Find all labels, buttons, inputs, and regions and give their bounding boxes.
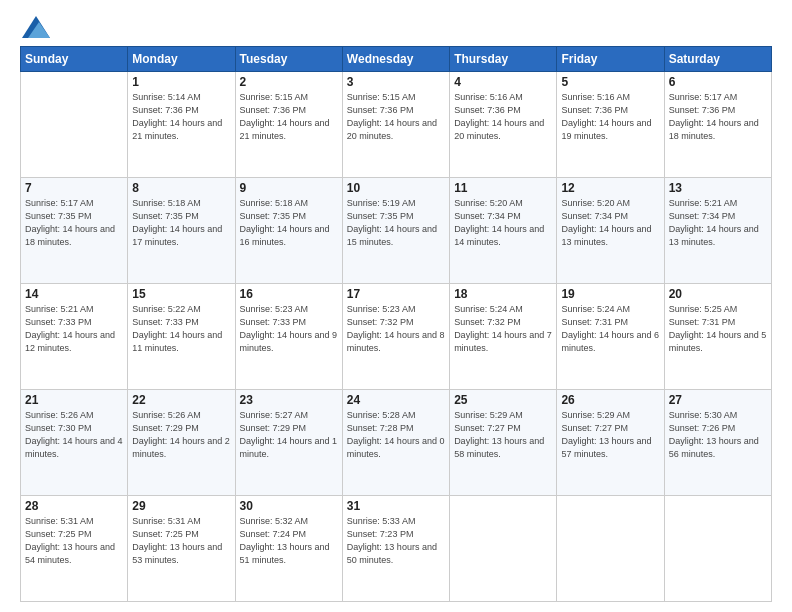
day-number: 18 (454, 287, 552, 301)
day-info: Sunrise: 5:28 AMSunset: 7:28 PMDaylight:… (347, 409, 445, 461)
weekday-header: Wednesday (342, 47, 449, 72)
day-number: 25 (454, 393, 552, 407)
day-info: Sunrise: 5:19 AMSunset: 7:35 PMDaylight:… (347, 197, 445, 249)
day-info: Sunrise: 5:16 AMSunset: 7:36 PMDaylight:… (454, 91, 552, 143)
day-number: 31 (347, 499, 445, 513)
day-info: Sunrise: 5:15 AMSunset: 7:36 PMDaylight:… (240, 91, 338, 143)
day-number: 11 (454, 181, 552, 195)
calendar-cell: 17Sunrise: 5:23 AMSunset: 7:32 PMDayligh… (342, 284, 449, 390)
calendar-cell: 2Sunrise: 5:15 AMSunset: 7:36 PMDaylight… (235, 72, 342, 178)
page: SundayMondayTuesdayWednesdayThursdayFrid… (0, 0, 792, 612)
day-info: Sunrise: 5:14 AMSunset: 7:36 PMDaylight:… (132, 91, 230, 143)
weekday-header: Monday (128, 47, 235, 72)
calendar-cell: 22Sunrise: 5:26 AMSunset: 7:29 PMDayligh… (128, 390, 235, 496)
day-number: 23 (240, 393, 338, 407)
weekday-header: Thursday (450, 47, 557, 72)
day-number: 19 (561, 287, 659, 301)
calendar-cell: 3Sunrise: 5:15 AMSunset: 7:36 PMDaylight… (342, 72, 449, 178)
calendar-cell: 16Sunrise: 5:23 AMSunset: 7:33 PMDayligh… (235, 284, 342, 390)
day-number: 6 (669, 75, 767, 89)
calendar-cell: 1Sunrise: 5:14 AMSunset: 7:36 PMDaylight… (128, 72, 235, 178)
calendar-cell: 10Sunrise: 5:19 AMSunset: 7:35 PMDayligh… (342, 178, 449, 284)
calendar-cell: 9Sunrise: 5:18 AMSunset: 7:35 PMDaylight… (235, 178, 342, 284)
day-number: 24 (347, 393, 445, 407)
calendar-table: SundayMondayTuesdayWednesdayThursdayFrid… (20, 46, 772, 602)
calendar-cell (21, 72, 128, 178)
day-info: Sunrise: 5:15 AMSunset: 7:36 PMDaylight:… (347, 91, 445, 143)
weekday-header: Tuesday (235, 47, 342, 72)
weekday-header-row: SundayMondayTuesdayWednesdayThursdayFrid… (21, 47, 772, 72)
day-number: 12 (561, 181, 659, 195)
day-number: 26 (561, 393, 659, 407)
day-info: Sunrise: 5:23 AMSunset: 7:32 PMDaylight:… (347, 303, 445, 355)
calendar-cell: 15Sunrise: 5:22 AMSunset: 7:33 PMDayligh… (128, 284, 235, 390)
day-number: 17 (347, 287, 445, 301)
day-number: 7 (25, 181, 123, 195)
day-info: Sunrise: 5:16 AMSunset: 7:36 PMDaylight:… (561, 91, 659, 143)
day-info: Sunrise: 5:27 AMSunset: 7:29 PMDaylight:… (240, 409, 338, 461)
calendar-cell: 21Sunrise: 5:26 AMSunset: 7:30 PMDayligh… (21, 390, 128, 496)
day-info: Sunrise: 5:32 AMSunset: 7:24 PMDaylight:… (240, 515, 338, 567)
calendar-cell: 7Sunrise: 5:17 AMSunset: 7:35 PMDaylight… (21, 178, 128, 284)
day-info: Sunrise: 5:26 AMSunset: 7:30 PMDaylight:… (25, 409, 123, 461)
day-info: Sunrise: 5:17 AMSunset: 7:35 PMDaylight:… (25, 197, 123, 249)
day-number: 4 (454, 75, 552, 89)
calendar-cell: 20Sunrise: 5:25 AMSunset: 7:31 PMDayligh… (664, 284, 771, 390)
day-info: Sunrise: 5:29 AMSunset: 7:27 PMDaylight:… (561, 409, 659, 461)
day-info: Sunrise: 5:30 AMSunset: 7:26 PMDaylight:… (669, 409, 767, 461)
day-number: 14 (25, 287, 123, 301)
calendar-cell: 13Sunrise: 5:21 AMSunset: 7:34 PMDayligh… (664, 178, 771, 284)
day-number: 9 (240, 181, 338, 195)
weekday-header: Sunday (21, 47, 128, 72)
calendar-cell: 26Sunrise: 5:29 AMSunset: 7:27 PMDayligh… (557, 390, 664, 496)
day-number: 10 (347, 181, 445, 195)
day-number: 29 (132, 499, 230, 513)
day-info: Sunrise: 5:21 AMSunset: 7:33 PMDaylight:… (25, 303, 123, 355)
calendar-cell: 24Sunrise: 5:28 AMSunset: 7:28 PMDayligh… (342, 390, 449, 496)
day-info: Sunrise: 5:24 AMSunset: 7:31 PMDaylight:… (561, 303, 659, 355)
day-number: 27 (669, 393, 767, 407)
day-number: 8 (132, 181, 230, 195)
logo-icon (22, 16, 50, 38)
day-number: 28 (25, 499, 123, 513)
calendar-cell: 23Sunrise: 5:27 AMSunset: 7:29 PMDayligh… (235, 390, 342, 496)
calendar-cell: 11Sunrise: 5:20 AMSunset: 7:34 PMDayligh… (450, 178, 557, 284)
day-number: 30 (240, 499, 338, 513)
day-info: Sunrise: 5:29 AMSunset: 7:27 PMDaylight:… (454, 409, 552, 461)
calendar-cell: 6Sunrise: 5:17 AMSunset: 7:36 PMDaylight… (664, 72, 771, 178)
calendar-week-row: 28Sunrise: 5:31 AMSunset: 7:25 PMDayligh… (21, 496, 772, 602)
day-number: 5 (561, 75, 659, 89)
calendar-cell (557, 496, 664, 602)
day-number: 13 (669, 181, 767, 195)
calendar-week-row: 1Sunrise: 5:14 AMSunset: 7:36 PMDaylight… (21, 72, 772, 178)
weekday-header: Friday (557, 47, 664, 72)
day-info: Sunrise: 5:21 AMSunset: 7:34 PMDaylight:… (669, 197, 767, 249)
calendar-cell: 5Sunrise: 5:16 AMSunset: 7:36 PMDaylight… (557, 72, 664, 178)
day-info: Sunrise: 5:24 AMSunset: 7:32 PMDaylight:… (454, 303, 552, 355)
day-info: Sunrise: 5:26 AMSunset: 7:29 PMDaylight:… (132, 409, 230, 461)
calendar-cell: 31Sunrise: 5:33 AMSunset: 7:23 PMDayligh… (342, 496, 449, 602)
calendar-cell: 29Sunrise: 5:31 AMSunset: 7:25 PMDayligh… (128, 496, 235, 602)
calendar-cell (664, 496, 771, 602)
day-info: Sunrise: 5:25 AMSunset: 7:31 PMDaylight:… (669, 303, 767, 355)
day-info: Sunrise: 5:31 AMSunset: 7:25 PMDaylight:… (132, 515, 230, 567)
calendar-cell: 30Sunrise: 5:32 AMSunset: 7:24 PMDayligh… (235, 496, 342, 602)
calendar-cell: 14Sunrise: 5:21 AMSunset: 7:33 PMDayligh… (21, 284, 128, 390)
day-number: 20 (669, 287, 767, 301)
logo (20, 16, 50, 38)
calendar-cell: 18Sunrise: 5:24 AMSunset: 7:32 PMDayligh… (450, 284, 557, 390)
calendar-week-row: 14Sunrise: 5:21 AMSunset: 7:33 PMDayligh… (21, 284, 772, 390)
day-info: Sunrise: 5:20 AMSunset: 7:34 PMDaylight:… (454, 197, 552, 249)
calendar-cell: 27Sunrise: 5:30 AMSunset: 7:26 PMDayligh… (664, 390, 771, 496)
calendar-cell: 12Sunrise: 5:20 AMSunset: 7:34 PMDayligh… (557, 178, 664, 284)
calendar-week-row: 21Sunrise: 5:26 AMSunset: 7:30 PMDayligh… (21, 390, 772, 496)
day-info: Sunrise: 5:31 AMSunset: 7:25 PMDaylight:… (25, 515, 123, 567)
day-info: Sunrise: 5:23 AMSunset: 7:33 PMDaylight:… (240, 303, 338, 355)
day-number: 15 (132, 287, 230, 301)
calendar-cell: 28Sunrise: 5:31 AMSunset: 7:25 PMDayligh… (21, 496, 128, 602)
day-info: Sunrise: 5:18 AMSunset: 7:35 PMDaylight:… (132, 197, 230, 249)
day-info: Sunrise: 5:17 AMSunset: 7:36 PMDaylight:… (669, 91, 767, 143)
calendar-cell: 8Sunrise: 5:18 AMSunset: 7:35 PMDaylight… (128, 178, 235, 284)
day-number: 1 (132, 75, 230, 89)
day-info: Sunrise: 5:22 AMSunset: 7:33 PMDaylight:… (132, 303, 230, 355)
